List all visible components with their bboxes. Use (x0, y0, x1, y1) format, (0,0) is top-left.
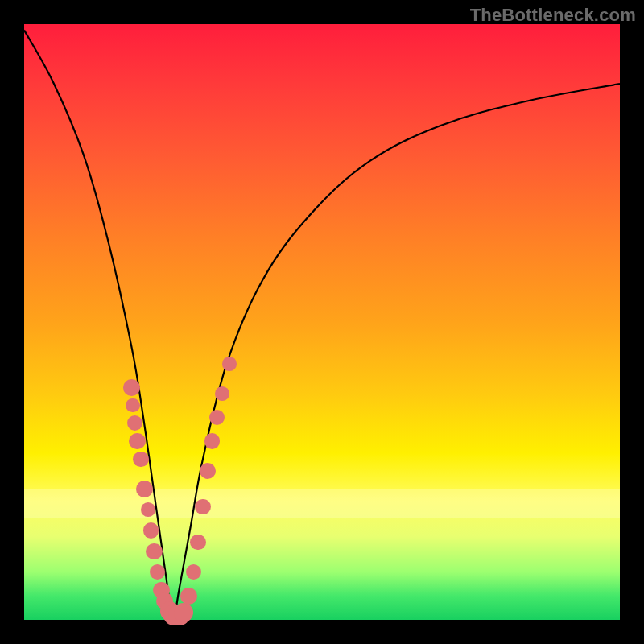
data-point (215, 386, 229, 401)
data-point (141, 502, 155, 517)
data-point (146, 543, 163, 560)
data-point (190, 535, 205, 550)
data-point (143, 522, 159, 538)
plot-area (24, 24, 620, 620)
data-point (133, 452, 148, 467)
data-point (180, 588, 197, 605)
data-point (123, 379, 140, 396)
data-point (186, 564, 201, 580)
curve-svg (24, 24, 620, 620)
data-point (195, 499, 210, 514)
data-point (126, 398, 140, 413)
data-point (222, 357, 237, 371)
data-point (136, 481, 153, 497)
chart-canvas: TheBottleneck.com (0, 0, 644, 644)
data-point (129, 433, 146, 450)
data-point (204, 433, 220, 448)
bottleneck-curve (24, 30, 620, 620)
data-point (174, 603, 193, 622)
watermark-text: TheBottleneck.com (470, 5, 636, 26)
